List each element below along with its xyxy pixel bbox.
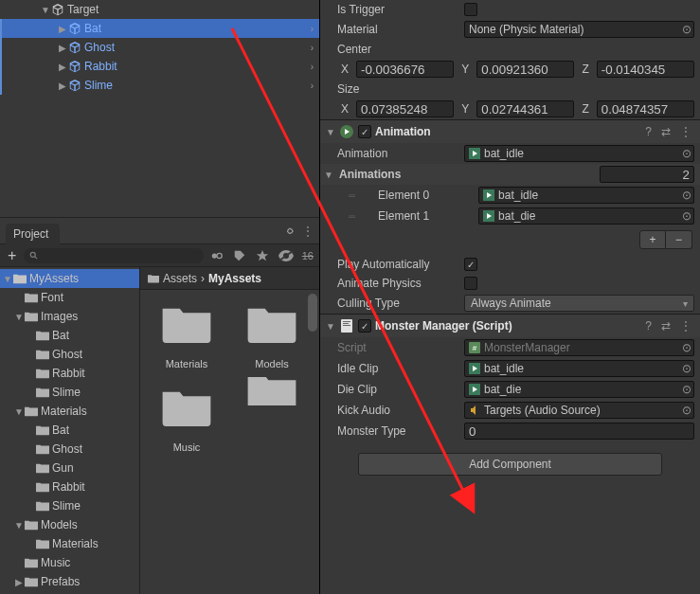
tree-item[interactable]: Bat [0, 421, 139, 440]
object-picker-icon[interactable]: ⊙ [682, 404, 691, 417]
field-script: Script # MonsterManager ⊙ [320, 337, 700, 358]
fold-icon[interactable]: ▼ [40, 5, 51, 15]
animation-icon [339, 124, 354, 139]
is-trigger-checkbox[interactable] [464, 3, 477, 16]
object-picker-icon[interactable]: ⊙ [682, 362, 691, 375]
size-z-input[interactable] [597, 100, 694, 117]
fold-icon[interactable]: ▶ [57, 43, 68, 53]
breadcrumb-current[interactable]: MyAssets [208, 272, 261, 285]
hierarchy-item-ghost[interactable]: ▶ Ghost › [0, 38, 319, 57]
hierarchy-item-slime[interactable]: ▶ Slime › [0, 76, 319, 95]
element1-field[interactable]: bat_die ⊙ [478, 207, 694, 225]
object-picker-icon[interactable]: ⊙ [682, 147, 691, 160]
animate-physics-checkbox[interactable] [464, 277, 477, 290]
chevron-right-icon[interactable]: › [311, 62, 314, 72]
fold-icon[interactable]: ▶ [57, 62, 68, 72]
search-input[interactable] [24, 248, 203, 263]
array-size-input[interactable] [600, 166, 694, 183]
monster-type-input[interactable] [464, 423, 694, 440]
chevron-right-icon[interactable]: › [311, 81, 314, 91]
fold-icon[interactable]: ▶ [57, 81, 68, 91]
preset-icon[interactable]: ⇄ [658, 319, 673, 333]
enable-checkbox[interactable] [358, 319, 371, 333]
favorite-icon[interactable] [253, 249, 272, 262]
object-picker-icon[interactable]: ⊙ [682, 23, 691, 36]
preset-icon[interactable]: ⇄ [658, 125, 673, 138]
hidden-icon[interactable] [276, 250, 296, 261]
filter-by-type-icon[interactable] [207, 249, 226, 262]
field-culling-type: Culling Type Always Animate [320, 293, 700, 314]
fold-icon[interactable]: ▼ [326, 127, 335, 137]
hierarchy-item-bat[interactable]: ▶ Bat › [0, 19, 319, 38]
array-add-button[interactable]: + [639, 230, 666, 249]
tree-item[interactable]: Materials [0, 534, 139, 553]
tree-item-images[interactable]: ▼Images [0, 307, 139, 326]
tree-item[interactable]: Rabbit [0, 477, 139, 496]
component-header-animation[interactable]: ▼ Animation ? ⇄ ⋮ [320, 120, 700, 143]
project-tab-bar: Project ⭘ ⋮ [0, 218, 319, 244]
chevron-right-icon[interactable]: › [311, 43, 314, 53]
menu-icon[interactable]: ⋮ [302, 225, 314, 238]
object-picker-icon[interactable]: ⊙ [682, 189, 691, 202]
tree-item-models[interactable]: ▼Models [0, 515, 139, 534]
die-clip-field[interactable]: bat_die ⊙ [464, 381, 694, 398]
idle-clip-field[interactable]: bat_idle ⊙ [464, 360, 694, 377]
lock-icon[interactable]: ⭘ [285, 225, 296, 238]
breadcrumb-root[interactable]: Assets [163, 272, 197, 285]
center-y-input[interactable] [476, 61, 574, 78]
tree-item-music[interactable]: Music [0, 553, 139, 572]
tree-item[interactable]: Gun [0, 459, 139, 477]
animation-clip-field[interactable]: bat_idle ⊙ [464, 145, 694, 162]
help-icon[interactable]: ? [642, 125, 655, 138]
tree-item-prefabs[interactable]: ▶Prefabs [0, 572, 139, 591]
array-element-0: ═ Element 0 bat_idle ⊙ [320, 185, 700, 206]
field-center-xyz: X Y Z [320, 59, 700, 80]
add-component-button[interactable]: Add Component [358, 453, 662, 476]
fold-icon[interactable]: ▼ [324, 170, 335, 180]
project-tab[interactable]: Project [6, 224, 60, 244]
tree-item[interactable]: Ghost [0, 345, 139, 364]
size-x-input[interactable] [356, 100, 454, 117]
enable-checkbox[interactable] [358, 125, 371, 138]
create-button[interactable]: + [4, 247, 20, 264]
array-remove-button[interactable]: − [666, 230, 692, 249]
hierarchy-item-target[interactable]: ▼ Target [0, 0, 319, 19]
play-auto-checkbox[interactable] [464, 258, 477, 271]
chevron-right-icon[interactable]: › [311, 24, 314, 34]
script-field: # MonsterManager ⊙ [464, 339, 694, 356]
element0-field[interactable]: bat_idle ⊙ [478, 187, 694, 204]
filter-by-label-icon[interactable] [230, 249, 249, 262]
grid-item-partial[interactable] [233, 377, 311, 453]
menu-icon[interactable]: ⋮ [677, 125, 694, 138]
menu-icon[interactable]: ⋮ [677, 319, 694, 333]
drag-handle-icon[interactable]: ═ [349, 211, 355, 222]
tree-item[interactable]: Slime [0, 496, 139, 515]
tree-item[interactable]: Bat [0, 326, 139, 345]
fold-icon[interactable]: ▶ [57, 24, 68, 34]
tree-item[interactable]: Rabbit [0, 364, 139, 383]
tree-item-myassets[interactable]: ▼MyAssets [0, 269, 139, 288]
scrollbar-thumb[interactable] [308, 294, 317, 332]
material-field[interactable]: None (Physic Material) ⊙ [464, 21, 694, 38]
culling-dropdown[interactable]: Always Animate [464, 295, 694, 312]
grid-item-materials[interactable]: Materials [148, 294, 225, 369]
grid-item-models[interactable]: Models [233, 294, 311, 369]
drag-handle-icon[interactable]: ═ [349, 190, 355, 201]
kick-audio-field[interactable]: Targets (Audio Source) ⊙ [464, 402, 694, 419]
tree-item[interactable]: Slime [0, 383, 139, 402]
fold-icon[interactable]: ▼ [326, 321, 335, 332]
object-picker-icon[interactable]: ⊙ [682, 209, 691, 223]
component-header-monster[interactable]: ▼ Monster Manager (Script) ? ⇄ ⋮ [320, 315, 700, 337]
tree-item-materials[interactable]: ▼Materials [0, 402, 139, 421]
center-z-input[interactable] [597, 61, 694, 78]
size-y-input[interactable] [476, 100, 574, 117]
tree-item-font[interactable]: Font [0, 288, 139, 307]
object-picker-icon[interactable]: ⊙ [682, 341, 691, 354]
help-icon[interactable]: ? [642, 319, 655, 333]
grid-item-music[interactable]: Music [148, 377, 225, 453]
tree-item[interactable]: Ghost [0, 440, 139, 459]
object-picker-icon[interactable]: ⊙ [682, 383, 691, 396]
center-x-input[interactable] [356, 61, 454, 78]
hierarchy-item-rabbit[interactable]: ▶ Rabbit › [0, 57, 319, 76]
field-play-auto: Play Automatically [320, 255, 700, 274]
